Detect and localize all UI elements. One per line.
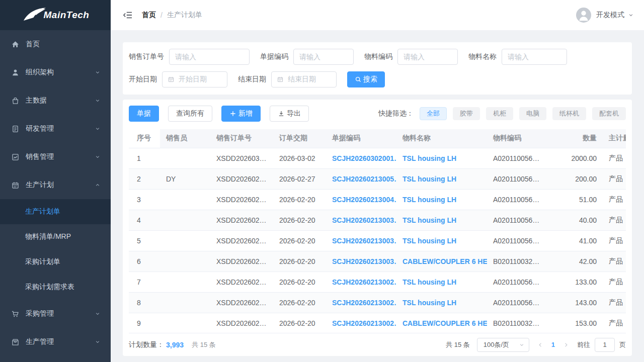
cell	[160, 210, 210, 230]
cell: 2026-02-27	[273, 168, 326, 189]
cell-link[interactable]: TSL housing LH	[396, 292, 487, 313]
filter-row-text: 销售订单号单据编码物料编码物料名称	[129, 49, 626, 65]
column-header: 销售员	[160, 129, 210, 148]
user-mode-label: 开发模式	[596, 11, 624, 20]
current-page[interactable]: 1	[551, 341, 555, 348]
quick-filter-机柜[interactable]: 机柜	[486, 107, 513, 120]
material-name-input[interactable]	[502, 49, 567, 65]
goto-page-input[interactable]	[595, 338, 615, 352]
cell-link[interactable]: CABLEW/COUPLER 6 HE	[396, 251, 487, 272]
pagination: 共 15 条 100条/页 1 前往 页	[446, 338, 626, 352]
doc-code-input[interactable]	[293, 49, 354, 65]
table-row[interactable]: 4XSDD202602…2026-02-20SCJH20260213003…TS…	[129, 210, 626, 230]
table-panel: 单据查询所有新增导出 快捷筛选： 全部胶带机柜电脑纸杯机配套机 序号销售员销售订…	[123, 100, 632, 356]
table-row[interactable]: 6XSDD202602…2026-02-20SCJH20260213003…CA…	[129, 251, 626, 272]
table-row[interactable]: 1XSDD202603…2026-03-02SCJH20260302001…TS…	[129, 148, 626, 168]
column-header: 销售订单号	[210, 129, 273, 148]
column-header: 单据编码	[326, 129, 396, 148]
home-icon	[11, 40, 20, 49]
cell-link[interactable]: SCJH20260213005…	[326, 168, 396, 189]
filter-row-date: 开始日期开始日期结束日期结束日期 搜索	[129, 71, 626, 87]
pagination-total: 共 15 条	[446, 340, 470, 349]
breadcrumb-home[interactable]: 首页	[142, 11, 156, 20]
sidebar-item-label: 组织架构	[26, 68, 54, 77]
cell-link[interactable]: SCJH20260213002…	[326, 313, 396, 332]
cell-link[interactable]: TSL housing LH	[396, 168, 487, 189]
cell: A020110056…	[487, 272, 547, 292]
quick-filter-电脑[interactable]: 电脑	[519, 107, 546, 120]
table-row[interactable]: 8XSDD202602…2026-02-20SCJH20260213002…TS…	[129, 292, 626, 313]
sidebar-item-production-plan[interactable]: 生产计划	[0, 171, 111, 199]
sidebar-item-rd[interactable]: 研发管理	[0, 115, 111, 143]
sidebar-item-production[interactable]: 生产管理	[0, 328, 111, 356]
toolbar-buttons: 单据查询所有新增导出	[129, 106, 318, 122]
breadcrumb: 首页 / 生产计划单	[142, 11, 202, 20]
cell-link[interactable]: SCJH20260213003…	[326, 251, 396, 272]
sidebar-item-label: 主数据	[26, 96, 47, 105]
cell-link[interactable]: SCJH20260213003…	[326, 210, 396, 230]
cell-link[interactable]: SCJH20260213002…	[326, 292, 396, 313]
cell-link[interactable]: TSL housing LH	[396, 210, 487, 230]
cell-link[interactable]: TSL housing LH	[396, 230, 487, 251]
prev-page-button[interactable]	[537, 342, 543, 348]
cell: B020110032…	[487, 313, 547, 332]
end-date-picker[interactable]: 结束日期	[271, 71, 337, 87]
sidebar-collapse-button[interactable]	[123, 10, 133, 20]
quick-filter-tags: 全部胶带机柜电脑纸杯机配套机	[414, 107, 626, 120]
sales-order-no-input[interactable]	[169, 49, 250, 65]
cell: 2026-02-20	[273, 189, 326, 210]
doc-button[interactable]: 单据	[129, 106, 159, 122]
sidebar-subitem-production-plan-order[interactable]: 生产计划单	[0, 199, 111, 224]
export-button[interactable]: 导出	[270, 106, 309, 122]
sidebar-item-label: 生产计划	[26, 180, 54, 190]
cell: 41.00	[547, 230, 603, 251]
quick-filter-全部[interactable]: 全部	[420, 107, 447, 120]
table-row[interactable]: 9XSDD202602…2026-02-20SCJH20260213002…CA…	[129, 313, 626, 332]
plus-icon	[229, 110, 236, 117]
page-size-value: 100条/页	[484, 340, 509, 349]
cell: XSDD202602…	[210, 292, 273, 313]
sidebar-subitem-bom-mrp[interactable]: 物料清单/MRP	[0, 224, 111, 249]
cell: 51.00	[547, 189, 603, 210]
quick-filter-配套机[interactable]: 配套机	[592, 107, 626, 120]
cell-link[interactable]: CABLEW/COUPLER 6 HE	[396, 313, 487, 332]
cell-link[interactable]: TSL housing LH	[396, 272, 487, 292]
document-icon	[11, 125, 20, 133]
page-size-select[interactable]: 100条/页	[477, 338, 529, 352]
table-row[interactable]: 2DYXSDD202602…2026-02-27SCJH20260213005……	[129, 168, 626, 189]
material-code-input[interactable]	[397, 49, 458, 65]
query-all-button[interactable]: 查询所有	[168, 106, 212, 122]
sidebar-subitem-purchase-plan-demand[interactable]: 采购计划需求表	[0, 275, 111, 300]
next-page-button[interactable]	[563, 342, 569, 348]
sidebar-item-master-data[interactable]: 主数据	[0, 86, 111, 115]
cell-link[interactable]: TSL housing LH	[396, 148, 487, 168]
cell-link[interactable]: SCJH20260302001…	[326, 148, 396, 168]
sidebar-subitem-label: 物料清单/MRP	[25, 232, 71, 241]
sidebar-item-org[interactable]: 组织架构	[0, 58, 111, 86]
add-button[interactable]: 新增	[221, 106, 261, 122]
table-row[interactable]: 7XSDD202602…2026-02-20SCJH20260213002…TS…	[129, 272, 626, 292]
table-row[interactable]: 3XSDD202602…2026-02-20SCJH20260213004…TS…	[129, 189, 626, 210]
cell-link[interactable]: SCJH20260213004…	[326, 189, 396, 210]
cell-link[interactable]: TSL housing LH	[396, 189, 487, 210]
table-row[interactable]: 5XSDD202602…2026-02-20SCJH20260213003…TS…	[129, 230, 626, 251]
sidebar-item-purchase[interactable]: 采购管理	[0, 300, 111, 328]
filter-group-sales-order-no: 销售订单号	[129, 49, 250, 65]
quick-filter-胶带[interactable]: 胶带	[453, 107, 480, 120]
cell: 2000.00	[547, 148, 603, 168]
sidebar-item-home[interactable]: 首页	[0, 30, 111, 58]
cell: 产品	[603, 168, 626, 189]
sidebar-subitem-purchase-plan-order[interactable]: 采购计划单	[0, 249, 111, 275]
sidebar-item-sales[interactable]: 销售管理	[0, 143, 111, 171]
search-button[interactable]: 搜索	[347, 71, 385, 87]
start-date-picker[interactable]: 开始日期	[162, 71, 227, 87]
user-menu[interactable]: 开发模式	[576, 8, 634, 23]
filter-label: 结束日期	[238, 75, 266, 84]
filter-group-material-name: 物料名称	[468, 49, 567, 65]
chevron-down-icon	[519, 342, 525, 348]
cell-link[interactable]: SCJH20260213003…	[326, 230, 396, 251]
quick-filter-纸杯机[interactable]: 纸杯机	[552, 107, 586, 120]
cell: A020110056…	[487, 168, 547, 189]
cell: A020110056…	[487, 210, 547, 230]
cell-link[interactable]: SCJH20260213002…	[326, 272, 396, 292]
